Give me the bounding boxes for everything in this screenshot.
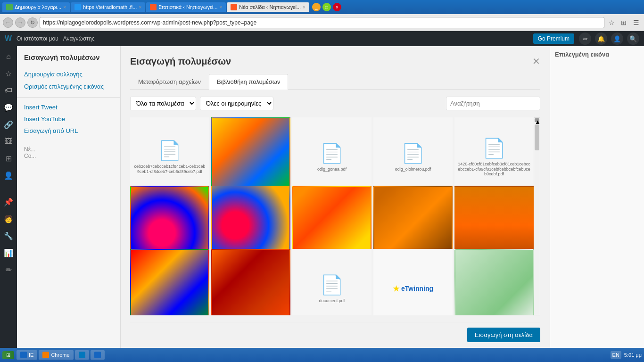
tab-1-close[interactable]: × [63,5,66,10]
main-layout: ⌂ ☆ 🏷 💬 🔗 🖼 ⊞ 👤 📌 🧑 🔧 📊 ✏ Εισαγωγή πολυμ… [0,46,644,362]
sidebar-person-icon[interactable]: 🧑 [0,211,17,227]
media-item-0[interactable]: 📄 ceb2ceb7cebcceb1cf84ceb1-ceb3ceb9ceb1-… [130,117,209,197]
media-item-3[interactable]: 📄 odig_oloimerou.pdf [373,117,453,197]
sidebar-insert-youtube[interactable]: Insert YouTube [17,113,120,125]
windows-taskbar: ⊞ IE Chrome EN 5:01 μμ [0,348,644,362]
modal-footer: Εισαγωγή στη σελίδα [130,322,540,342]
my-sites-link[interactable]: Οι ιστότοποι μου [17,35,58,42]
maximize-btn[interactable]: □ [322,3,331,11]
search-input[interactable] [446,97,540,110]
right-panel: Επιλεγμένη εικόνα [550,46,644,362]
scrollbar-thumb[interactable] [535,124,539,150]
right-panel-title: Επιλεγμένη εικόνα [555,51,639,58]
nav-icons: ☆ ⊞ ☰ [606,17,641,28]
back-btn[interactable]: ← [3,17,13,28]
tab-1-icon [6,4,13,10]
tab-upload[interactable]: Μεταφόρτωση αρχείων [130,74,209,89]
media-item-14[interactable] [454,249,534,315]
tab-3-icon [150,4,157,10]
media-item-11[interactable] [211,249,290,315]
taskbar-chrome[interactable]: Chrome [39,350,73,360]
tab-list: Δημιουργία λογαρι... × https://tetradiom… [2,2,642,12]
browser-menu-icon[interactable]: ☰ [631,17,641,28]
user-avatar[interactable]: 👤 [611,33,623,45]
browser-nav-bar: ← → ↻ ☆ ⊞ ☰ [0,14,644,31]
sidebar-link-icon[interactable]: 🔗 [0,116,17,132]
media-filters: Όλα τα πολυμέσα Όλες οι ημερομηνίες [130,97,540,110]
sidebar-grid-icon[interactable]: ⊞ [0,150,17,166]
sidebar-insert-from-url[interactable]: Εισαγωγή από URL [17,125,120,137]
sidebar-star-icon[interactable]: ☆ [0,66,17,82]
sidebar-pin-icon[interactable]: 📌 [0,194,17,210]
etwinning-logo: ★ eTwinning [393,284,433,293]
taskbar-items: IE Chrome [17,350,611,360]
search-icon[interactable]: 🔍 [627,33,639,45]
notifications-icon[interactable]: 🔔 [595,33,607,45]
tab-4-close[interactable]: × [303,5,305,10]
tab-2-label: https://tetradiomathi.fi... [83,4,137,10]
wp-logo[interactable]: W [5,34,12,43]
tab-2[interactable]: https://tetradiomathi.fi... × [71,2,145,12]
refresh-btn[interactable]: ↻ [27,17,38,28]
sidebar-tools-icon[interactable]: 🔧 [0,228,17,244]
address-bar[interactable] [40,17,604,28]
doc-icon-4: 📄 [482,137,506,159]
taskbar-explorer[interactable] [75,350,89,360]
sidebar-co-section-label: Co... [17,153,120,159]
sidebar-insert-tweet[interactable]: Insert Tweet [17,101,120,113]
media-img-1 [212,118,289,196]
minimize-btn[interactable]: _ [312,3,321,11]
reader-link[interactable]: Αναγνώστης [63,35,95,42]
scrollbar[interactable]: ▲ [534,117,540,315]
forward-btn[interactable]: → [15,17,25,28]
tab-4[interactable]: Νέα σελίδα ‹ Νηπιαγωγεί... × [227,2,309,12]
date-filter[interactable]: Όλες οι ημερομηνίες [200,97,273,110]
clock: 5:01 μμ [624,352,642,358]
sidebar-set-featured[interactable]: Ορισμός επιλεγμένης εικόνας [17,80,120,93]
taskbar-ie[interactable]: IE [17,350,37,360]
media-grid-area: 📄 ceb2ceb7cebcceb1cf84ceb1-ceb3ceb9ceb1-… [130,117,540,315]
system-tray: EN 5:01 μμ [611,351,642,359]
media-item-10[interactable] [130,249,209,315]
sidebar-tag-icon[interactable]: 🏷 [0,82,17,99]
sidebar-pencil-icon[interactable]: ✏ [0,262,17,278]
doc-icon-12: 📄 [320,274,344,296]
browser-tabs-bar: Δημιουργία λογαρι... × https://tetradiom… [0,0,644,14]
window-close-btn[interactable]: × [333,3,341,11]
modal-container: Εισαγωγή πολυμέσων Δημιουργία συλλογής Ο… [17,46,644,362]
extensions-icon[interactable]: ⊞ [619,17,629,28]
tab-library[interactable]: Βιβλιοθήκη πολυμέσων [209,74,288,90]
sidebar-stats-icon[interactable]: 📊 [0,245,17,261]
tab-3[interactable]: Στατιστικά ‹ Νηπιαγωγεί... × [146,2,226,12]
sidebar-dashboard-icon[interactable]: ⌂ [0,49,17,65]
sidebar-user-icon[interactable]: 👤 [0,167,17,183]
modal-header: Εισαγωγή πολυμέσων ✕ [130,56,540,67]
sidebar-comment-icon[interactable]: 💬 [0,99,17,115]
insert-page-btn[interactable]: Εισαγωγή στη σελίδα [467,328,540,342]
modal-close-btn[interactable]: ✕ [532,56,540,67]
star-icon[interactable]: ☆ [606,17,617,28]
tab-3-label: Στατιστικά ‹ Νηπιαγωγεί... [158,4,217,10]
write-icon[interactable]: ✏ [579,33,591,45]
tab-2-icon [74,4,81,10]
type-filter[interactable]: Όλα τα πολυμέσα [130,97,196,110]
tab-1-label: Δημιουργία λογαρι... [15,4,61,10]
ie-label: IE [29,352,33,358]
media-item-13[interactable]: ★ eTwinning [373,249,453,315]
go-premium-btn[interactable]: Go Premium [533,33,574,44]
taskbar-wp[interactable] [91,350,105,360]
sidebar-create-collection[interactable]: Δημιουργία συλλογής [17,68,120,80]
tab-3-close[interactable]: × [219,5,222,10]
start-button[interactable]: ⊞ [2,351,14,359]
wp-sidebar: ⌂ ☆ 🏷 💬 🔗 🖼 ⊞ 👤 📌 🧑 🔧 📊 ✏ [0,46,17,362]
doc-name-2: odig_gonea.pdf [317,167,347,172]
media-item-2[interactable]: 📄 odig_gonea.pdf [292,117,372,197]
sidebar-image-icon[interactable]: 🖼 [0,133,17,149]
scroll-up-arrow[interactable]: ▲ [535,118,539,122]
media-item-12[interactable]: 📄 document.pdf [292,249,372,315]
media-item-1[interactable] [211,117,290,197]
media-item-4[interactable]: 📄 1420-cf80cf81cebfceb3cf81ceb1cebccebcc… [454,117,534,197]
tab-2-close[interactable]: × [139,5,141,10]
doc-name-4: 1420-cf80cf81cebfceb3cf81ceb1cebccebcceb… [458,162,530,177]
tab-1[interactable]: Δημιουργία λογαρι... × [2,2,70,12]
